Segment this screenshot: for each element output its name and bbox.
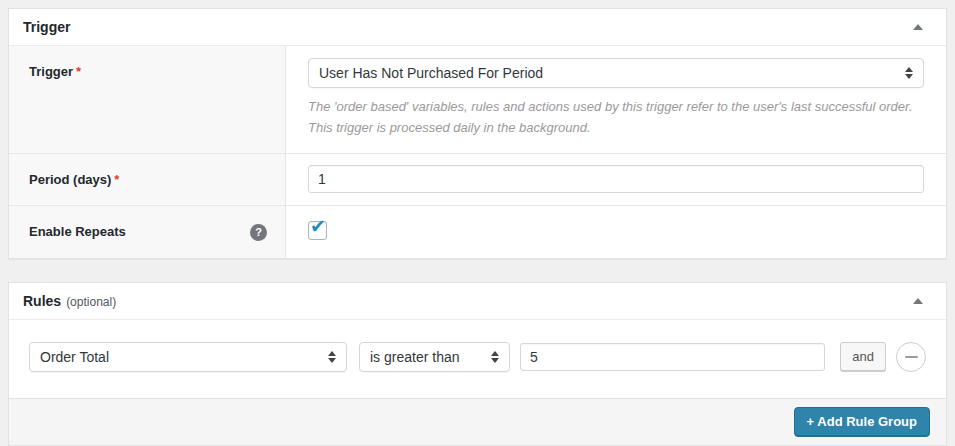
- rule-operator-select[interactable]: is greater than: [359, 342, 510, 372]
- select-updown-icon: [905, 67, 913, 79]
- rule-field-select-value: Order Total: [40, 349, 109, 365]
- enable-repeats-label-cell: Enable Repeats ?: [9, 206, 286, 258]
- remove-rule-button[interactable]: [896, 342, 926, 372]
- checkmark-icon: ✔: [310, 217, 326, 236]
- add-rule-group-button[interactable]: + Add Rule Group: [794, 407, 930, 437]
- rules-title-text: Rules: [23, 293, 61, 309]
- content-area: Trigger Trigger* User Has Not Purchased …: [0, 0, 955, 446]
- enable-repeats-field-cell: ✔: [286, 206, 946, 258]
- trigger-label-text: Trigger: [29, 64, 73, 79]
- rules-collapse-button[interactable]: [900, 286, 936, 316]
- required-asterisk: *: [76, 64, 81, 79]
- trigger-collapse-button[interactable]: [900, 12, 936, 42]
- rules-metabox-header: Rules(optional): [9, 283, 946, 320]
- collapse-arrow-icon: [913, 298, 923, 304]
- trigger-row-field-cell: User Has Not Purchased For Period The 'o…: [286, 46, 946, 153]
- trigger-row: Trigger* User Has Not Purchased For Peri…: [9, 46, 946, 153]
- trigger-metabox: Trigger Trigger* User Has Not Purchased …: [8, 8, 947, 259]
- rules-metabox: Rules(optional) Order Total is greater t…: [8, 282, 947, 446]
- period-label-text: Period (days): [29, 172, 111, 187]
- rules-footer: + Add Rule Group: [9, 398, 946, 445]
- period-row: Period (days)*: [9, 153, 946, 205]
- rules-body: Order Total is greater than and: [9, 320, 946, 398]
- select-updown-icon: [491, 351, 499, 363]
- enable-repeats-row: Enable Repeats ? ✔: [9, 205, 946, 258]
- rule-value-input[interactable]: [520, 343, 825, 371]
- period-row-field-cell: [286, 154, 946, 205]
- trigger-row-label-cell: Trigger*: [9, 46, 286, 153]
- period-row-label-cell: Period (days)*: [9, 154, 286, 205]
- period-input[interactable]: [308, 165, 924, 193]
- remove-rule-icon: [905, 356, 918, 358]
- period-label: Period (days)*: [29, 171, 119, 188]
- help-icon[interactable]: ?: [250, 224, 267, 241]
- trigger-label: Trigger*: [29, 63, 81, 80]
- rules-title-suffix: (optional): [66, 295, 116, 309]
- trigger-metabox-header: Trigger: [9, 9, 946, 46]
- trigger-metabox-title: Trigger: [23, 19, 70, 35]
- trigger-select[interactable]: User Has Not Purchased For Period: [308, 58, 924, 88]
- required-asterisk: *: [114, 172, 119, 187]
- rule-row: Order Total is greater than and: [29, 342, 926, 372]
- enable-repeats-label: Enable Repeats: [29, 223, 126, 240]
- trigger-select-value: User Has Not Purchased For Period: [319, 65, 543, 81]
- enable-repeats-checkbox[interactable]: ✔: [308, 221, 327, 240]
- rule-operator-select-value: is greater than: [370, 349, 460, 365]
- trigger-description: The 'order based' variables, rules and a…: [308, 97, 924, 139]
- rule-field-select[interactable]: Order Total: [29, 342, 347, 372]
- select-updown-icon: [328, 351, 336, 363]
- collapse-arrow-icon: [913, 24, 923, 30]
- rules-metabox-title: Rules(optional): [23, 293, 116, 309]
- and-button[interactable]: and: [840, 342, 886, 371]
